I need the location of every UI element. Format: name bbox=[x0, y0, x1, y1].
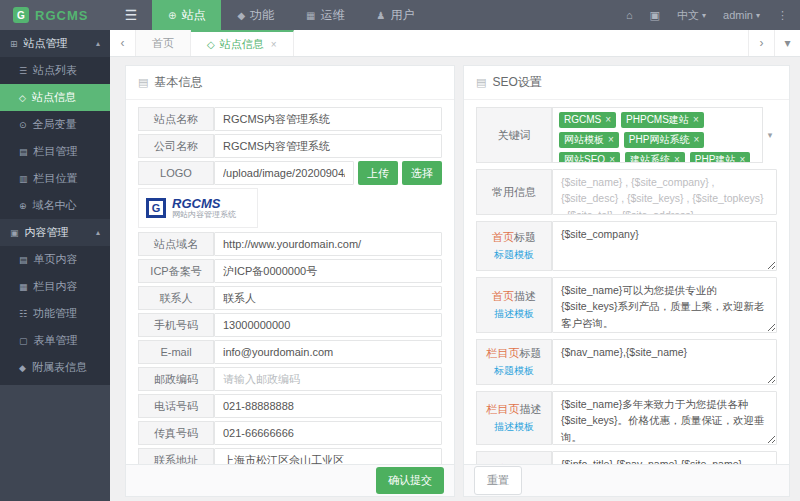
tab-home[interactable]: 首页 bbox=[136, 30, 191, 56]
account-dropdown[interactable]: admin ▾ bbox=[723, 9, 760, 21]
sidebar-item-function-management[interactable]: ☷ 功能管理 bbox=[0, 300, 110, 327]
chevron-down-icon: ▾ bbox=[784, 36, 790, 50]
remove-tag-icon[interactable]: × bbox=[674, 155, 680, 163]
tab-site-info[interactable]: ◇ 站点信息 × bbox=[191, 30, 294, 56]
notification-icon[interactable]: ▣ bbox=[650, 9, 660, 22]
keywords-dropdown-icon[interactable]: ▾ bbox=[763, 107, 777, 163]
list-icon: ▤ bbox=[476, 76, 486, 89]
email-input[interactable] bbox=[214, 340, 442, 364]
home-icon[interactable]: ⌂ bbox=[626, 9, 633, 21]
contact-person-input[interactable] bbox=[214, 286, 442, 310]
mobile-number-input[interactable] bbox=[214, 313, 442, 337]
icp-number-input[interactable] bbox=[214, 259, 442, 283]
title-template-link[interactable]: 标题模板 bbox=[494, 248, 534, 262]
tag-label: 网站模板 bbox=[564, 135, 604, 145]
sidebar-item-domain-center[interactable]: ⊕ 域名中心 bbox=[0, 192, 110, 219]
sidebar-item-single-page-content[interactable]: ▤ 单页内容 bbox=[0, 246, 110, 273]
label-suffix: 描述 bbox=[520, 403, 542, 415]
more-menu-icon[interactable]: ⋮ bbox=[777, 9, 788, 22]
field-label-block: 首页描述 描述模板 bbox=[476, 277, 552, 333]
sidebar-item-column-position[interactable]: ▥ 栏目位置 bbox=[0, 165, 110, 192]
language-dropdown[interactable]: 中文 ▾ bbox=[677, 8, 706, 23]
app-logo[interactable]: G RGCMS bbox=[0, 0, 110, 30]
postcode-input[interactable] bbox=[214, 367, 442, 391]
close-icon[interactable]: × bbox=[271, 39, 277, 50]
keyword-tag[interactable]: RGCMS× bbox=[559, 112, 616, 128]
submit-button[interactable]: 确认提交 bbox=[376, 467, 444, 494]
company-name-input[interactable] bbox=[214, 134, 442, 158]
tag-label: 网站SEO bbox=[564, 155, 605, 163]
keyword-tag[interactable]: 建站系统× bbox=[625, 152, 685, 163]
site-name-input[interactable] bbox=[214, 107, 442, 131]
logo-path-input[interactable] bbox=[214, 161, 354, 185]
phone-number-input[interactable] bbox=[214, 394, 442, 418]
keyword-tag[interactable]: 网站SEO× bbox=[559, 152, 620, 163]
keyword-tag[interactable]: PHP建站× bbox=[690, 152, 750, 163]
function-management-icon: ☷ bbox=[19, 309, 27, 319]
top-nav-user[interactable]: ♟ 用户 bbox=[361, 0, 431, 30]
tabs-scroll-right-button[interactable]: › bbox=[748, 30, 774, 56]
sidebar-item-form-management[interactable]: ▢ 表单管理 bbox=[0, 327, 110, 354]
field-label: 常用信息 bbox=[476, 169, 552, 215]
sidebar-item-site-info[interactable]: ◇ 站点信息 bbox=[0, 84, 110, 111]
seo-settings-form: 关键词 RGCMS× PHPCMS建站× 网站模板× PHP网站系统× 网站SE… bbox=[464, 100, 789, 497]
choose-button[interactable]: 选择 bbox=[402, 161, 442, 185]
site-icon: ⊕ bbox=[168, 10, 176, 21]
basic-info-footer: 确认提交 bbox=[126, 464, 454, 496]
field-label: 手机号码 bbox=[138, 313, 214, 337]
keyword-tag[interactable]: PHP网站系统× bbox=[624, 132, 704, 148]
keyword-tag[interactable]: 网站模板× bbox=[559, 132, 619, 148]
remove-tag-icon[interactable]: × bbox=[609, 155, 615, 163]
keyword-tag[interactable]: PHPCMS建站× bbox=[621, 112, 704, 128]
remove-tag-icon[interactable]: × bbox=[739, 155, 745, 163]
remove-tag-icon[interactable]: × bbox=[605, 115, 611, 125]
description-template-link[interactable]: 描述模板 bbox=[494, 420, 534, 434]
upload-button[interactable]: 上传 bbox=[358, 161, 398, 185]
form-row-company-name: 公司名称 bbox=[138, 134, 442, 158]
remove-tag-icon[interactable]: × bbox=[693, 115, 699, 125]
ops-icon: ▦ bbox=[306, 10, 315, 21]
attached-table-icon: ◆ bbox=[19, 363, 26, 373]
tabs-scroll-left-button[interactable]: ‹ bbox=[110, 30, 136, 56]
label-suffix: 标题 bbox=[520, 347, 542, 359]
sidebar-section-site-management[interactable]: ⊞ 站点管理 ▴ bbox=[0, 30, 110, 57]
top-nav-function[interactable]: ◆ 功能 bbox=[221, 0, 290, 30]
column-description-textarea[interactable]: {$site_name}多年来致力于为您提供各种{$site_keys}。价格优… bbox=[552, 391, 777, 445]
top-nav: ⊕ 站点 ◆ 功能 ▦ 运维 ♟ 用户 bbox=[152, 0, 431, 30]
sidebar-item-column-content[interactable]: ▦ 栏目内容 bbox=[0, 273, 110, 300]
remove-tag-icon[interactable]: × bbox=[693, 135, 699, 145]
top-nav-ops[interactable]: ▦ 运维 bbox=[290, 0, 360, 30]
sidebar-section-content-management[interactable]: ▣ 内容管理 ▴ bbox=[0, 219, 110, 246]
column-title-textarea[interactable]: {$nav_name},{$site_name} bbox=[552, 339, 777, 385]
description-template-link[interactable]: 描述模板 bbox=[494, 307, 534, 321]
site-domain-input[interactable] bbox=[214, 232, 442, 256]
field-label: 电话号码 bbox=[138, 394, 214, 418]
tabs-menu-button[interactable]: ▾ bbox=[774, 30, 800, 56]
title-template-link[interactable]: 标题模板 bbox=[494, 364, 534, 378]
home-description-textarea[interactable]: {$site_name}可以为您提供专业的{$site_keys}系列产品，质量… bbox=[552, 277, 777, 333]
home-title-textarea[interactable]: {$site_company} bbox=[552, 221, 777, 271]
field-label: 首页描述 bbox=[492, 289, 536, 304]
keywords-tag-input[interactable]: RGCMS× PHPCMS建站× 网站模板× PHP网站系统× 网站SEO× 建… bbox=[552, 107, 763, 163]
form-row-icp: ICP备案号 bbox=[138, 259, 442, 283]
sidebar-item-site-list[interactable]: ☰ 站点列表 bbox=[0, 57, 110, 84]
sidebar-item-column-management[interactable]: ▤ 栏目管理 bbox=[0, 138, 110, 165]
tag-label: RGCMS bbox=[564, 115, 601, 125]
field-label: 站点域名 bbox=[138, 232, 214, 256]
fax-number-input[interactable] bbox=[214, 421, 442, 445]
tab-label: 首页 bbox=[152, 36, 174, 51]
top-nav-site[interactable]: ⊕ 站点 bbox=[152, 0, 221, 30]
remove-tag-icon[interactable]: × bbox=[608, 135, 614, 145]
language-label: 中文 bbox=[677, 8, 699, 23]
single-page-icon: ▤ bbox=[19, 255, 28, 265]
sidebar-item-global-vars[interactable]: ⊙ 全局变量 bbox=[0, 111, 110, 138]
domain-center-icon: ⊕ bbox=[19, 201, 27, 211]
sidebar-toggle-button[interactable]: ☰ bbox=[110, 0, 152, 30]
reset-button[interactable]: 重置 bbox=[474, 466, 522, 495]
form-row-fax: 传真号码 bbox=[138, 421, 442, 445]
label-prefix: 首页 bbox=[492, 290, 514, 302]
panel-title: 基本信息 bbox=[154, 74, 202, 91]
sidebar-menu: ⊞ 站点管理 ▴ ☰ 站点列表 ◇ 站点信息 ⊙ 全局变量 ▤ 栏目管理 ▥ 栏… bbox=[0, 30, 110, 385]
sidebar-item-attached-table-info[interactable]: ◆ 附属表信息 bbox=[0, 354, 110, 381]
chevron-up-icon: ▴ bbox=[96, 39, 100, 48]
